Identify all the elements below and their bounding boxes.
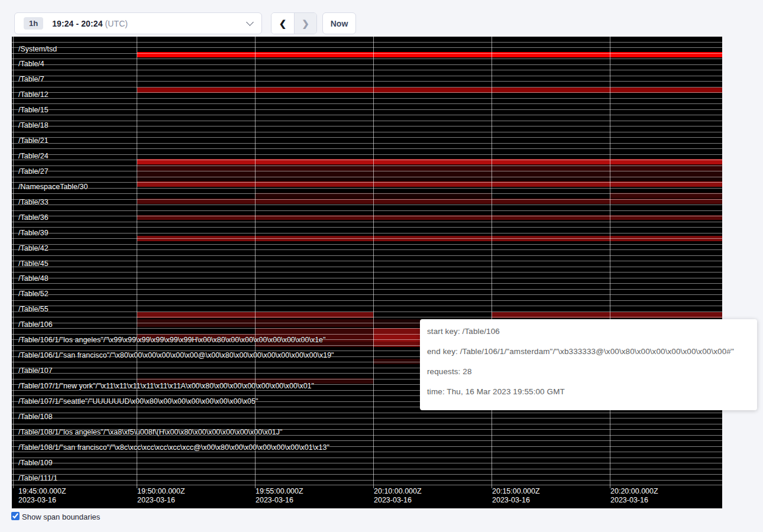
span-boundary-line [12, 452, 722, 452]
axis-tick: 20:10:00.000Z2023-03-16 [374, 487, 422, 505]
row-label: /Table/107 [18, 366, 53, 375]
heat-bar [373, 334, 421, 342]
row-label: /Table/12 [18, 90, 49, 99]
row-label: /Table/18 [18, 121, 49, 129]
row-label: /Table/107/1/"seattle"/"UUUUUUD\x00\x80\… [18, 397, 258, 406]
prev-button[interactable]: ❮ [271, 13, 294, 34]
now-button[interactable]: Now [322, 12, 356, 34]
span-boundary-line [12, 137, 722, 138]
span-boundary-line [12, 267, 722, 267]
row-label: /Table/33 [18, 198, 49, 206]
chevron-down-icon [246, 18, 254, 26]
range-duration-badge: 1h [24, 17, 43, 30]
span-boundary-line [12, 121, 722, 121]
span-boundary-line [12, 47, 722, 48]
span-boundary-line [12, 485, 722, 485]
span-boundary-line [12, 98, 722, 99]
span-boundary-line [12, 463, 722, 463]
time-gridline [373, 37, 374, 488]
footer: Show span boundaries [11, 512, 100, 521]
span-boundary-line [12, 238, 722, 239]
span-boundary-line [12, 480, 722, 481]
span-boundary-line [12, 143, 722, 144]
axis-tick: 20:20:00.000Z2023-03-16 [610, 487, 658, 505]
axis-tick: 19:55:00.000Z2023-03-16 [256, 487, 303, 505]
span-boundary-line [12, 233, 722, 233]
span-boundary-line [12, 199, 722, 200]
span-boundary-line [12, 126, 722, 126]
span-boundary-line [12, 289, 722, 290]
tooltip-start-key: start key: /Table/106 [427, 327, 750, 336]
row-label: /Table/7 [18, 75, 44, 83]
timezone-label: (UTC) [105, 19, 128, 28]
span-boundary-line [12, 317, 722, 317]
row-label: /Table/45 [18, 259, 49, 268]
span-boundary-line [12, 59, 722, 59]
heat-bar [373, 319, 421, 327]
heat-bar [373, 328, 421, 334]
time-gridline [492, 37, 492, 488]
span-boundary-line [12, 64, 722, 65]
next-button[interactable]: ❯ [294, 13, 316, 34]
heat-bar [137, 177, 722, 181]
time-gridline [137, 37, 137, 488]
span-boundary-line [12, 193, 722, 194]
row-label: /Table/21 [18, 137, 49, 145]
tooltip: start key: /Table/106 end key: /Table/10… [420, 319, 757, 410]
time-range-select[interactable]: 1h 19:24 - 20:24(UTC) [14, 12, 262, 34]
tooltip-end-key: end key: /Table/106/1/"amsterdam"/"\xb33… [427, 347, 750, 356]
span-boundary-line [12, 300, 722, 301]
span-boundary-line [12, 81, 722, 82]
tooltip-requests: requests: 28 [427, 367, 750, 376]
axis-tick: 19:45:00.000Z2023-03-16 [18, 487, 66, 505]
row-label: /Table/39 [18, 229, 49, 237]
axis-tick: 20:15:00.000Z2023-03-16 [492, 487, 540, 505]
row-label: /Table/4 [18, 60, 44, 68]
span-boundary-line [12, 424, 722, 424]
span-boundary-line [12, 261, 722, 261]
span-boundary-line [12, 154, 722, 155]
span-boundary-line [12, 413, 722, 413]
span-boundary-line [12, 53, 722, 54]
row-label: /Table/27 [18, 167, 49, 176]
row-label: /Table/15 [18, 106, 49, 114]
span-boundary-line [12, 87, 722, 87]
heat-bar [255, 328, 373, 334]
time-gridline [255, 37, 256, 488]
span-boundary-line [12, 92, 722, 93]
row-label: /Table/36 [18, 213, 49, 222]
span-boundary-line [12, 249, 722, 250]
time-gridline [13, 37, 14, 488]
row-label: /Table/55 [18, 305, 49, 313]
row-label: /Table/42 [18, 244, 49, 252]
span-boundary-line [12, 42, 722, 43]
span-boundary-line [12, 272, 722, 273]
row-label: /Table/24 [18, 152, 49, 160]
row-label: /Table/111/1 [18, 474, 57, 482]
span-boundary-line [12, 469, 722, 469]
span-boundary-line [12, 418, 722, 419]
span-boundary-line [12, 278, 722, 278]
row-label: /Table/108 [18, 413, 53, 421]
span-boundary-line [12, 109, 722, 110]
checkbox-label: Show span boundaries [22, 512, 100, 521]
row-label: /Table/106 [18, 320, 53, 329]
time-nav-group: ❮ ❯ [271, 12, 317, 34]
span-boundary-line [12, 115, 722, 115]
show-span-boundaries-checkbox[interactable] [11, 512, 20, 520]
span-boundary-line [12, 312, 722, 312]
row-label: /Table/106/1/"san francisco"/"\x80\x00\x… [18, 351, 334, 359]
span-boundary-line [12, 227, 722, 228]
range-label: 19:24 - 20:24(UTC) [52, 19, 128, 28]
span-boundary-line [12, 103, 722, 104]
span-boundary-line [12, 148, 722, 149]
span-boundary-line [12, 132, 722, 132]
span-boundary-line [12, 205, 722, 205]
span-boundary-line [12, 210, 722, 211]
key-visualizer-canvas[interactable]: /System/tsd/Table/4/Table/7/Table/12/Tab… [12, 37, 722, 508]
span-boundary-line [12, 294, 722, 295]
row-label: /Table/52 [18, 290, 49, 298]
span-boundary-line [12, 440, 722, 441]
span-boundary-line [12, 474, 722, 475]
span-boundary-line [12, 283, 722, 284]
